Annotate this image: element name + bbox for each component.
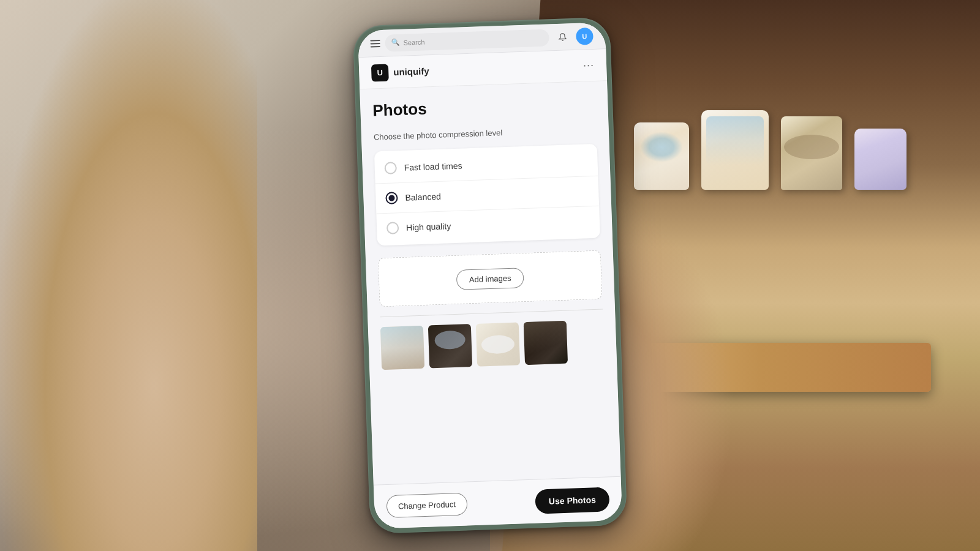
radio-balanced-label: Balanced xyxy=(405,192,441,203)
app-logo-area: U uniquify xyxy=(371,62,429,81)
more-options-button[interactable]: ··· xyxy=(583,59,595,72)
phone-device: 🔍 Search U xyxy=(353,17,628,534)
divider xyxy=(380,309,603,318)
profile-initial: U xyxy=(582,32,587,40)
hamburger-menu-button[interactable] xyxy=(370,40,380,48)
change-product-button[interactable]: Change Product xyxy=(386,493,467,519)
compression-label: Choose the photo compression level xyxy=(374,125,597,142)
thumbnail-row xyxy=(380,320,605,370)
scene: 🔍 Search U xyxy=(0,0,980,551)
soap-bar-1 xyxy=(634,122,689,190)
thumbnail-3[interactable] xyxy=(476,322,520,366)
phone-screen: 🔍 Search U xyxy=(358,22,622,529)
app-name-label: uniquify xyxy=(393,66,429,77)
app-content: Photos Choose the photo compression leve… xyxy=(360,81,620,485)
left-hand-area xyxy=(0,0,257,551)
soap-bar-3 xyxy=(781,116,842,190)
phone-case: 🔍 Search U xyxy=(353,17,628,534)
compression-radio-group: Fast load times Balanced High quality xyxy=(374,144,600,246)
thumbnail-2[interactable] xyxy=(428,324,472,368)
search-placeholder-text: Search xyxy=(403,38,424,46)
image-upload-area[interactable]: Add images xyxy=(378,250,603,307)
use-photos-button[interactable]: Use Photos xyxy=(535,487,609,514)
radio-high-label: High quality xyxy=(406,221,451,233)
app-logo-icon: U xyxy=(371,64,389,81)
profile-button[interactable]: U xyxy=(576,27,594,45)
logo-symbol: U xyxy=(377,68,383,77)
soap-bar-2 xyxy=(701,110,769,190)
soap-bar-4 xyxy=(854,129,907,190)
thumbnail-4[interactable] xyxy=(524,321,568,365)
search-bar[interactable]: 🔍 Search xyxy=(385,29,549,51)
add-images-button[interactable]: Add images xyxy=(456,268,524,290)
thumbnail-1[interactable] xyxy=(380,326,424,370)
radio-fast-circle xyxy=(384,162,397,174)
radio-high-circle xyxy=(386,222,399,234)
search-icon: 🔍 xyxy=(391,39,399,47)
page-title: Photos xyxy=(372,94,596,121)
notification-button[interactable] xyxy=(554,28,571,46)
soap-container xyxy=(634,110,907,190)
radio-fast-label: Fast load times xyxy=(404,160,462,172)
radio-balanced-circle xyxy=(385,192,398,204)
